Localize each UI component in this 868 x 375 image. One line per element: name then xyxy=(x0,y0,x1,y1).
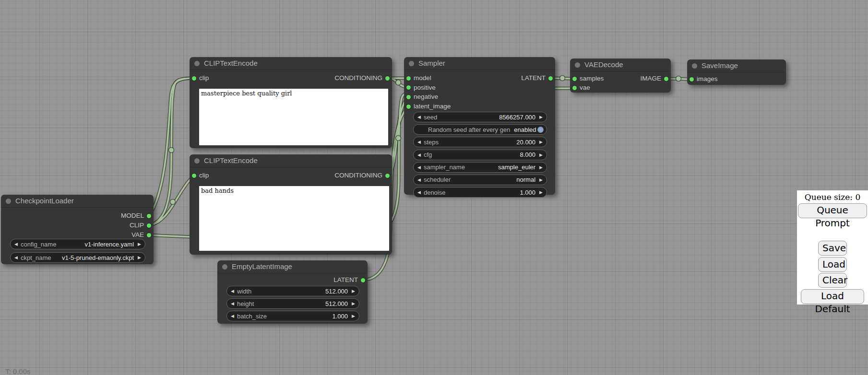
node-header[interactable]: CheckpointLoader xyxy=(1,195,154,208)
node-cliptextencode-positive[interactable]: CLIPTextEncode clip CONDITIONING masterp… xyxy=(190,57,392,148)
widget-value: 8.000 xyxy=(520,151,536,158)
decrement-arrow-icon[interactable]: ◀ xyxy=(417,150,421,160)
output-label: IMAGE xyxy=(640,75,661,82)
node-title: CheckpointLoader xyxy=(15,195,74,207)
collapse-icon[interactable] xyxy=(575,62,580,68)
widget-seed[interactable]: ◀ seed 8566257.000 ▶ xyxy=(413,112,547,122)
node-title: VAEDecode xyxy=(584,59,623,71)
widget-steps[interactable]: ◀ steps 20.000 ▶ xyxy=(413,137,547,147)
load-button[interactable]: Load xyxy=(818,257,847,272)
widget-value: 512.000 xyxy=(325,288,348,295)
input-port-negative[interactable] xyxy=(406,95,411,99)
output-port-latent[interactable] xyxy=(361,278,365,282)
load-default-button[interactable]: Load Default xyxy=(801,289,864,304)
increment-arrow-icon[interactable]: ▶ xyxy=(352,311,355,321)
queue-prompt-button[interactable]: Queue Prompt xyxy=(798,203,867,218)
collapse-icon[interactable] xyxy=(692,63,697,69)
widget-value: 1.000 xyxy=(333,313,348,320)
input-port-vae[interactable] xyxy=(572,86,577,90)
widget-random-seed-toggle[interactable]: Random seed after every gen enabled xyxy=(413,124,547,135)
widget-height[interactable]: ◀ height 512.000 ▶ xyxy=(226,298,359,309)
output-label: MODEL xyxy=(121,212,144,219)
output-port-latent[interactable] xyxy=(548,76,553,81)
output-label: CONDITIONING xyxy=(334,74,382,82)
widget-sampler-name[interactable]: ◀ sampler_name sample_euler ▶ xyxy=(413,162,547,173)
widget-label: batch_size xyxy=(237,313,329,320)
widget-width[interactable]: ◀ width 512.000 ▶ xyxy=(226,286,359,296)
decrement-arrow-icon[interactable]: ◀ xyxy=(231,311,234,321)
widget-denoise[interactable]: ◀ denoise 1.000 ▶ xyxy=(413,187,547,198)
increment-arrow-icon[interactable]: ▶ xyxy=(539,150,543,160)
increment-arrow-icon[interactable]: ▶ xyxy=(138,239,141,249)
decrement-arrow-icon[interactable]: ◀ xyxy=(417,175,421,185)
node-title: CLIPTextEncode xyxy=(204,57,258,70)
decrement-arrow-icon[interactable]: ◀ xyxy=(231,286,234,296)
decrement-arrow-icon[interactable]: ◀ xyxy=(14,239,18,249)
node-vaedecode[interactable]: VAEDecode samples vae IMAGE xyxy=(570,59,671,93)
increment-arrow-icon[interactable]: ▶ xyxy=(539,137,543,147)
input-port-images[interactable] xyxy=(690,77,694,82)
node-cliptextencode-negative[interactable]: CLIPTextEncode clip CONDITIONING bad han… xyxy=(190,154,392,255)
link-midpoint-dot[interactable] xyxy=(560,76,565,81)
input-port-clip[interactable] xyxy=(192,76,196,81)
node-header[interactable]: CLIPTextEncode xyxy=(190,57,392,70)
output-port-conditioning[interactable] xyxy=(385,174,390,178)
decrement-arrow-icon[interactable]: ◀ xyxy=(417,163,421,172)
prompt-textarea[interactable]: masterpiece best quality girl xyxy=(199,89,388,145)
collapse-icon[interactable] xyxy=(194,158,200,164)
node-header[interactable]: SaveImage xyxy=(687,59,786,72)
toggle-icon[interactable] xyxy=(537,127,544,133)
input-label: clip xyxy=(199,172,209,179)
link-midpoint-dot[interactable] xyxy=(676,76,681,82)
widget-value: 1.000 xyxy=(520,189,536,196)
node-saveimage[interactable]: SaveImage images xyxy=(687,59,786,85)
increment-arrow-icon[interactable]: ▶ xyxy=(539,175,543,185)
clear-button[interactable]: Clear xyxy=(818,273,847,288)
widget-cfg[interactable]: ◀ cfg 8.000 ▶ xyxy=(413,150,547,160)
decrement-arrow-icon[interactable]: ◀ xyxy=(417,137,421,147)
output-port-clip[interactable] xyxy=(147,223,151,228)
decrement-arrow-icon[interactable]: ◀ xyxy=(14,253,18,262)
decrement-arrow-icon[interactable]: ◀ xyxy=(417,112,421,122)
widget-batch-size[interactable]: ◀ batch_size 1.000 ▶ xyxy=(226,311,359,321)
output-port-conditioning[interactable] xyxy=(385,76,390,81)
node-sampler[interactable]: Sampler model positive negative latent_i… xyxy=(404,57,555,195)
widget-ckpt-name[interactable]: ◀ ckpt_name v1-5-pruned-emaonly.ckpt ▶ xyxy=(10,252,145,263)
node-header[interactable]: CLIPTextEncode xyxy=(190,154,392,167)
increment-arrow-icon[interactable]: ▶ xyxy=(352,299,355,308)
decrement-arrow-icon[interactable]: ◀ xyxy=(417,188,421,197)
link-midpoint-dot[interactable] xyxy=(396,136,401,141)
input-port-model[interactable] xyxy=(406,76,411,81)
collapse-icon[interactable] xyxy=(222,264,227,270)
increment-arrow-icon[interactable]: ▶ xyxy=(539,188,543,197)
decrement-arrow-icon[interactable]: ◀ xyxy=(231,299,234,308)
increment-arrow-icon[interactable]: ▶ xyxy=(539,112,543,122)
input-label: images xyxy=(697,75,718,82)
node-header[interactable]: VAEDecode xyxy=(570,59,671,71)
node-header[interactable]: Sampler xyxy=(404,57,555,70)
node-checkpointloader[interactable]: CheckpointLoader MODEL CLIP VAE ◀ config… xyxy=(1,195,154,264)
output-port-model[interactable] xyxy=(147,214,151,218)
increment-arrow-icon[interactable]: ▶ xyxy=(138,253,141,262)
widget-scheduler[interactable]: ◀ scheduler normal ▶ xyxy=(413,175,547,185)
node-header[interactable]: EmptyLatentImage xyxy=(217,260,368,273)
input-port-samples[interactable] xyxy=(572,77,577,81)
link-midpoint-dot[interactable] xyxy=(169,148,174,153)
widget-config-name[interactable]: ◀ config_name v1-inference.yaml ▶ xyxy=(10,239,145,249)
input-port-latent-image[interactable] xyxy=(406,105,411,109)
link-midpoint-dot[interactable] xyxy=(170,199,176,205)
collapse-icon[interactable] xyxy=(409,61,414,66)
widget-label: scheduler xyxy=(424,176,512,183)
node-emptylatentimage[interactable]: EmptyLatentImage LATENT ◀ width 512.000 … xyxy=(217,260,368,324)
input-port-clip[interactable] xyxy=(192,174,196,178)
prompt-textarea[interactable]: bad hands xyxy=(199,186,389,251)
output-port-image[interactable] xyxy=(664,77,668,81)
link-midpoint-dot[interactable] xyxy=(396,80,401,85)
increment-arrow-icon[interactable]: ▶ xyxy=(352,286,355,296)
save-button[interactable]: Save xyxy=(818,241,847,256)
collapse-icon[interactable] xyxy=(194,61,200,66)
collapse-icon[interactable] xyxy=(6,199,11,204)
increment-arrow-icon[interactable]: ▶ xyxy=(539,163,543,172)
input-port-positive[interactable] xyxy=(406,85,411,90)
output-port-vae[interactable] xyxy=(147,233,151,237)
